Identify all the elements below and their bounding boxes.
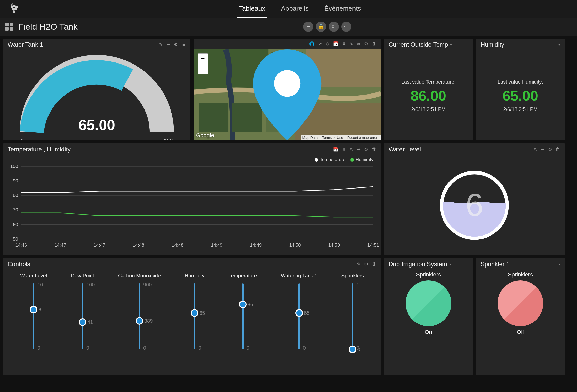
legend-item-humidity[interactable]: Humidity <box>350 157 373 162</box>
panel-drip-irrigation: Drip Irrigation System ▾ Sprinklers On <box>384 258 473 375</box>
share-icon[interactable]: ➦ <box>541 147 544 152</box>
slider-track[interactable]: 100041 <box>82 283 83 349</box>
slider-label: Dew Point <box>71 273 94 279</box>
slider-track[interactable]: 9000389 <box>139 283 140 349</box>
slider-label: Sprinklers <box>341 273 364 279</box>
map-pin-icon[interactable] <box>194 49 381 140</box>
panel-water-tank: Water Tank 1 ✎ ➦ ⚙ 🗑 65.00 0 100 <box>3 39 190 140</box>
value-timestamp: 2/6/18 2:51 PM <box>411 106 446 112</box>
slider-thumb[interactable] <box>349 346 356 353</box>
svg-text:14:48: 14:48 <box>133 242 144 248</box>
nav-tab-appareils[interactable]: Appareils <box>280 0 310 18</box>
share-icon[interactable]: ➦ <box>303 22 313 32</box>
slider-thumb[interactable] <box>239 301 247 308</box>
edit-icon[interactable]: ✎ <box>357 261 361 267</box>
display-icon[interactable]: 🖵 <box>341 22 351 32</box>
panel-controls: Controls ✎ ⚙ 🗑 Water Level1006Dew Point1… <box>3 258 381 375</box>
edit-icon[interactable]: ✎ <box>349 41 353 47</box>
expand-icon[interactable]: ⤢ <box>318 41 322 47</box>
map-report-link[interactable]: Report a map error <box>347 136 379 140</box>
trash-icon[interactable]: 🗑 <box>556 147 560 152</box>
slider-sprinklers: Sprinklers100 <box>341 273 364 367</box>
download-icon[interactable]: ⬇ <box>342 41 346 47</box>
gauge-min: 0 <box>21 138 24 140</box>
panel-temp-humidity-chart: Temperature , Humidity 📅 ⬇ ✎ ➦ ⚙ 🗑 Tempe… <box>3 143 381 255</box>
slider-thumb[interactable] <box>79 318 86 326</box>
map-canvas[interactable]: + − Google Map Data Terms of Use Report … <box>194 49 381 140</box>
slider-value-label: 41 <box>87 319 93 325</box>
dashboard-grid-icon[interactable] <box>5 23 13 31</box>
title-actions: ➦ 🔓 ⧉ 🖵 <box>83 22 572 32</box>
gear-icon[interactable]: ⚙ <box>364 147 368 152</box>
chevron-down-icon[interactable]: ▾ <box>558 43 560 47</box>
gear-icon[interactable]: ⚙ <box>174 42 178 48</box>
trash-icon[interactable]: 🗑 <box>372 261 376 267</box>
gear-icon[interactable]: ⚙ <box>548 147 552 152</box>
slider-track[interactable]: 1006 <box>33 283 34 349</box>
calendar-icon[interactable]: 📅 <box>333 41 339 47</box>
svg-point-3 <box>12 8 14 10</box>
toggle-state-label: Off <box>517 329 524 335</box>
slider-track[interactable]: 100 <box>352 283 353 349</box>
nav-tab-evenements[interactable]: Événements <box>323 0 363 18</box>
map-data-link[interactable]: Map Data <box>302 136 320 140</box>
slider-min-label: 0 <box>86 345 89 351</box>
download-icon[interactable]: ⬇ <box>342 147 346 152</box>
trash-icon[interactable]: 🗑 <box>181 42 186 48</box>
chart-legend: Temperature Humidity <box>315 157 373 162</box>
edit-icon[interactable]: ✎ <box>159 42 163 48</box>
svg-text:14:46: 14:46 <box>15 242 27 248</box>
slider-label: Watering Tank 1 <box>281 273 317 279</box>
svg-point-14 <box>274 70 300 97</box>
map-terms-link[interactable]: Terms of Use <box>322 136 345 140</box>
slider-track[interactable]: 065 <box>194 283 195 349</box>
slider-track[interactable]: 065 <box>298 283 300 349</box>
svg-text:14:47: 14:47 <box>93 242 105 248</box>
slider-carbon-monoxcide: Carbon Monoxcide9000389 <box>118 273 161 367</box>
share-icon[interactable]: ➦ <box>166 42 170 48</box>
panel-water-level: Water Level ✎ ➦ ⚙ 🗑 6 <box>384 143 565 255</box>
slider-thumb[interactable] <box>191 309 198 317</box>
slider-max-label: 10 <box>37 282 43 288</box>
slider-label: Water Level <box>20 273 47 279</box>
slider-thumb[interactable] <box>295 309 303 317</box>
chevron-down-icon[interactable]: ▾ <box>450 43 452 47</box>
panel-map: 🌐 ⤢ ⊙ 📅 ⬇ ✎ ➦ ⚙ 🗑 <box>194 39 381 140</box>
top-navbar: Tableaux Appareils Événements <box>0 0 577 18</box>
svg-point-4 <box>14 8 17 10</box>
calendar-icon[interactable]: 📅 <box>333 147 339 152</box>
map-attribution: Map Data Terms of Use Report a map error <box>301 135 381 140</box>
edit-icon[interactable]: ✎ <box>349 147 353 152</box>
legend-item-temperature[interactable]: Temperature <box>315 157 345 162</box>
share-icon[interactable]: ➦ <box>357 147 361 152</box>
chevron-down-icon[interactable]: ▾ <box>449 262 451 266</box>
gear-icon[interactable]: ⚙ <box>364 41 368 47</box>
title-bar: Field H2O Tank ➦ 🔓 ⧉ 🖵 <box>0 18 577 36</box>
trash-icon[interactable]: 🗑 <box>372 41 376 47</box>
drip-toggle-button[interactable] <box>406 280 451 326</box>
slider-label: Carbon Monoxcide <box>118 273 161 279</box>
value-timestamp: 2/6/18 2:51 PM <box>503 106 538 112</box>
slider-track[interactable]: 086 <box>242 283 244 349</box>
slider-thumb[interactable] <box>30 306 37 313</box>
line-chart[interactable]: 506070809010014:4614:4714:4714:4814:4814… <box>3 155 381 255</box>
globe-icon[interactable]: 🌐 <box>309 41 315 47</box>
svg-text:14:50: 14:50 <box>289 242 301 248</box>
trash-icon[interactable]: 🗑 <box>372 147 376 152</box>
lock-icon[interactable]: 🔓 <box>316 22 326 32</box>
gear-icon[interactable]: ⚙ <box>364 261 368 267</box>
copy-icon[interactable]: ⧉ <box>329 22 339 32</box>
chevron-down-icon[interactable]: ▾ <box>558 262 560 266</box>
panel-title: Drip Irrigation System <box>389 261 447 268</box>
target-icon[interactable]: ⊙ <box>326 41 329 47</box>
slider-thumb[interactable] <box>136 317 143 325</box>
google-logo: Google <box>196 132 214 139</box>
edit-icon[interactable]: ✎ <box>533 147 537 152</box>
slider-value-label: 65 <box>199 310 205 316</box>
sprinkler-toggle-button[interactable] <box>498 280 543 326</box>
share-icon[interactable]: ➦ <box>357 41 361 47</box>
nav-tab-tableaux[interactable]: Tableaux <box>237 0 267 18</box>
slider-label: Temperature <box>228 273 257 279</box>
panel-current-temp: Current Outside Temp ▾ Last value Temper… <box>384 39 473 140</box>
value-label: Last value Humidity: <box>498 79 543 85</box>
